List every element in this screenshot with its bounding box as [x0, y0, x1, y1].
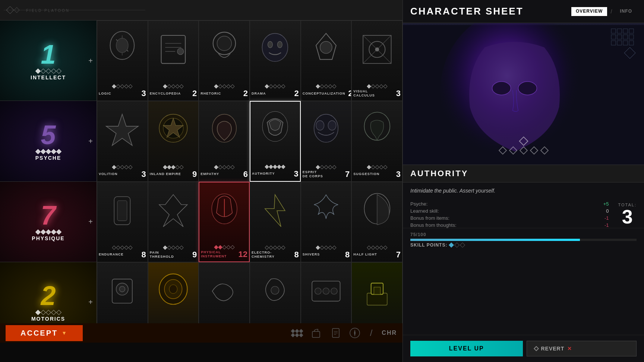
esprit-name: ESPRITDE CORPS — [303, 170, 342, 178]
skill-endurance[interactable]: ENDURANCE 8 — [97, 182, 148, 262]
intellect-plus-button[interactable]: + — [88, 56, 93, 65]
physical-instrument-value: 12 — [239, 250, 247, 259]
revert-button[interactable]: REVERT ✕ — [527, 341, 637, 356]
skill-inland-empire[interactable]: INLAND EMPIRE 9 — [148, 101, 199, 181]
rhetoric-bottom: RHETORIC 2 — [201, 89, 248, 98]
suggestion-value: 3 — [393, 169, 401, 179]
authority-value: 3 — [291, 169, 299, 179]
physique-name: PHYSIQUE — [32, 235, 64, 241]
grid-area: 1 INTELLECT + 5 — [0, 20, 402, 343]
intellect-dot-2 — [40, 69, 45, 74]
suggestion-name: SUGGESTION — [353, 172, 393, 176]
psyche-dots — [36, 150, 61, 153]
skill-electro-chemistry[interactable]: ELECTRO-CHEMISTRY 8 — [250, 182, 301, 262]
skill-points-diamonds — [449, 243, 464, 247]
skill-empathy[interactable]: EMPATHY 6 — [199, 101, 250, 181]
authority-bottom: AUTHORITY 3 — [252, 169, 299, 179]
rhetoric-art — [199, 21, 249, 78]
skill-drama[interactable]: DRAMA 2 — [250, 20, 301, 101]
skills-grid: LOGIC 3 — [97, 20, 402, 343]
sp-diamond-empty-2 — [460, 242, 465, 248]
right-panel: CHARACTER SHEET OVERVIEW / INFO — [402, 0, 644, 362]
bottom-icon-chr[interactable]: CHR — [382, 330, 397, 336]
stats-grid: Psyche: +5 Learned skill: 0 Bonus from i… — [410, 201, 637, 228]
physique-plus-button[interactable]: + — [88, 217, 93, 226]
skill-suggestion[interactable]: SUGGESTION 3 — [351, 101, 402, 181]
left-panel: FIELD PLATOON 1 INTELLECT + — [0, 0, 402, 343]
motorics-dots — [36, 311, 61, 314]
stats-left: Psyche: +5 Learned skill: 0 Bonus from i… — [410, 201, 609, 228]
pain-threshold-art-svg — [153, 188, 193, 234]
inland-empire-bottom: INLAND EMPIRE 9 — [150, 169, 197, 179]
skill-physical-instrument[interactable]: PHYSICALINSTRUMENT 12 — [199, 182, 250, 262]
skill-volition[interactable]: VOLITION 3 — [97, 101, 148, 181]
pain-threshold-dots — [164, 246, 183, 249]
physical-instrument-art-svg — [205, 188, 244, 234]
skill-shivers[interactable]: SHIVERS 8 — [301, 182, 352, 262]
encyclopedia-value: 2 — [189, 89, 197, 98]
character-portrait — [403, 23, 644, 165]
psyche-plus-button[interactable]: + — [88, 137, 93, 145]
diamond-row — [500, 147, 547, 153]
level-up-button[interactable]: LEVEL UP — [410, 341, 523, 356]
rhetoric-art-svg — [204, 26, 244, 72]
bottom-icon-grid[interactable] — [291, 330, 303, 337]
accept-button[interactable]: ACCEPT ▼ — [6, 325, 83, 341]
shivers-value: 8 — [342, 250, 350, 260]
svg-text:FIELD PLATOON: FIELD PLATOON — [26, 9, 70, 13]
motorics-dot-4 — [51, 310, 56, 315]
logic-dots — [113, 85, 132, 88]
svg-point-48 — [323, 288, 329, 294]
conceptualization-art-svg — [306, 26, 346, 72]
drama-dots — [265, 85, 285, 88]
conceptualization-dots — [316, 85, 336, 88]
physique-dot-1 — [35, 229, 40, 235]
motorics-plus-button[interactable]: + — [88, 298, 93, 307]
character-sheet-title: CHARACTER SHEET — [410, 6, 524, 17]
overview-tab[interactable]: OVERVIEW — [571, 7, 607, 16]
volition-name: VOLITION — [99, 172, 139, 176]
esprit-value: 7 — [342, 169, 350, 179]
skill-pain-threshold[interactable]: PAINTHRESHOLD 9 — [148, 182, 199, 262]
thoughts-stat-value: -1 — [604, 222, 609, 228]
svg-rect-35 — [117, 201, 127, 221]
visual-calculus-value: 3 — [393, 89, 401, 98]
attribute-psyche[interactable]: 5 PSYCHE + — [0, 101, 97, 181]
skill-esprit-de-corps[interactable]: ESPRITDE CORPS 7 — [301, 101, 352, 181]
bottom-icon-compass[interactable] — [349, 327, 361, 339]
bottom-icon-journal[interactable] — [329, 327, 341, 339]
empathy-art — [199, 101, 249, 159]
diamond-2 — [509, 146, 517, 155]
stat-psyche-row: Psyche: +5 — [410, 201, 609, 207]
skill-encyclopedia[interactable]: ENCYCLOPEDIA 2 — [148, 20, 199, 101]
separator-slash: / — [368, 328, 375, 338]
learned-stat-value: 0 — [606, 208, 609, 214]
info-tab[interactable]: INFO — [615, 7, 637, 16]
skill-half-light[interactable]: HALF LIGHT 7 — [351, 182, 402, 262]
skill-authority[interactable]: AUTHORITY 3 — [250, 101, 301, 181]
intellect-name: INTELLECT — [31, 74, 66, 80]
svg-point-14 — [217, 36, 231, 51]
logic-bottom: LOGIC 3 — [99, 89, 146, 98]
bottom-icon-bag[interactable] — [310, 327, 322, 339]
reaction-speed-art-svg — [204, 268, 244, 314]
psyche-dot-3 — [45, 149, 51, 154]
rhetoric-name: RHETORIC — [201, 92, 240, 96]
skill-logic[interactable]: LOGIC 3 — [97, 20, 148, 101]
skill-conceptualization[interactable]: CONCEPTUALIZATION 2 — [301, 20, 352, 101]
savoir-faire-art — [250, 263, 300, 320]
physique-dot-4 — [51, 229, 56, 235]
skill-rhetoric[interactable]: RHETORIC 2 — [199, 20, 250, 101]
logic-art — [97, 21, 148, 78]
svg-rect-53 — [312, 331, 320, 337]
authority-name: AUTHORITY — [252, 172, 291, 176]
main-container: FIELD PLATOON 1 INTELLECT + — [0, 0, 644, 362]
skill-points-label-text: SKILL POINTS: — [410, 242, 447, 248]
attribute-intellect[interactable]: 1 INTELLECT + — [0, 20, 97, 101]
inland-empire-name: INLAND EMPIRE — [150, 172, 190, 176]
visual-calculus-bottom: VISUALCALCULUS 3 — [353, 89, 401, 98]
shivers-art — [301, 182, 351, 239]
attribute-physique[interactable]: 7 PHYSIQUE + — [0, 182, 97, 262]
drama-art-svg — [255, 26, 295, 72]
skill-visual-calculus[interactable]: VISUALCALCULUS 3 — [351, 20, 402, 101]
